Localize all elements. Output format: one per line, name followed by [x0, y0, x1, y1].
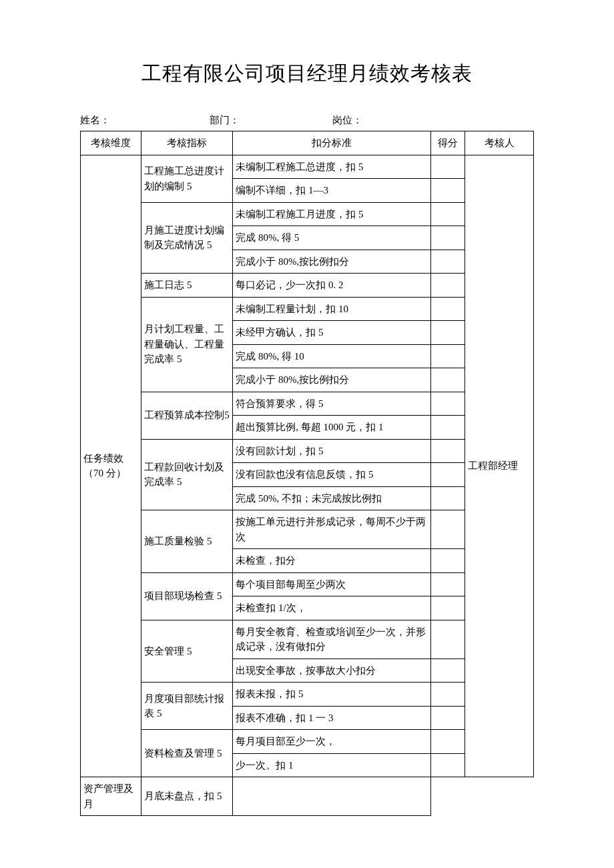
evaluator-cell: 工程部经理 [465, 155, 534, 777]
meta-line: 姓名： 部门： 岗位： [80, 114, 534, 127]
standard-cell: 完成小于 80%,按比例扣分 [233, 250, 431, 274]
standard-cell: 月底未盘点，扣 5 [141, 777, 233, 816]
score-cell [430, 226, 465, 250]
meta-post-label: 岗位： [332, 114, 362, 127]
score-cell [430, 179, 465, 203]
assessment-table: 考核维度 考核指标 扣分标准 得分 考核人 任务绩效（70 分） 工程施工总进度… [80, 131, 534, 816]
score-cell [430, 368, 465, 392]
metric-cell: 施工质量检验 5 [141, 510, 233, 573]
table-header-row: 考核维度 考核指标 扣分标准 得分 考核人 [81, 131, 534, 155]
col-metric: 考核指标 [141, 131, 233, 155]
standard-cell: 未编制工程施工总进度，扣 5 [233, 155, 431, 179]
standard-cell: 少一次。扣 1 [233, 753, 431, 777]
col-score: 得分 [430, 131, 465, 155]
col-dimension: 考核维度 [81, 131, 141, 155]
dimension-cell: 任务绩效（70 分） [81, 155, 141, 777]
score-cell [430, 486, 465, 510]
score-cell [430, 659, 465, 683]
standard-cell: 按施工单元进行并形成记录，每周不少于两次 [233, 510, 431, 549]
standard-cell: 每月安全教育、检查或培训至少一次，并形成记录，没有做扣分 [233, 620, 431, 659]
score-cell [430, 549, 465, 573]
score-cell [430, 250, 465, 274]
metric-cell: 资料检查及管理 5 [141, 730, 233, 777]
metric-cell: 工程施工总进度计划的编制 5 [141, 155, 233, 202]
score-cell [430, 683, 465, 707]
score-cell [430, 297, 465, 321]
score-cell [430, 439, 465, 463]
standard-cell: 编制不详细，扣 1—3 [233, 179, 431, 203]
score-cell [430, 321, 465, 345]
metric-cell: 月施工进度计划编制及完成情况 5 [141, 202, 233, 274]
metric-cell: 工程款回收计划及完成率 5 [141, 439, 233, 510]
standard-cell: 超出预算比例, 每超 1000 元，扣 1 [233, 416, 431, 440]
standard-cell: 报表未报，扣 5 [233, 683, 431, 707]
score-cell [430, 730, 465, 754]
score-cell [430, 510, 465, 549]
page-title: 工程有限公司项目经理月绩效考核表 [80, 60, 534, 87]
standard-cell: 完成 80%, 得 5 [233, 226, 431, 250]
score-cell [430, 572, 465, 596]
score-cell [430, 706, 465, 730]
metric-cell: 月度项目部统计报表 5 [141, 683, 233, 730]
score-cell [430, 344, 465, 368]
standard-cell: 未编制工程施工月进度，扣 5 [233, 202, 431, 226]
metric-cell: 项目部现场检查 5 [141, 572, 233, 620]
standard-cell: 报表不准确，扣 1 一 3 [233, 706, 431, 730]
score-cell [430, 753, 465, 777]
score-cell [430, 274, 465, 298]
table-row: 任务绩效（70 分） 工程施工总进度计划的编制 5 未编制工程施工总进度，扣 5… [81, 155, 534, 179]
standard-cell: 符合预算要求，得 5 [233, 392, 431, 416]
metric-cell: 月计划工程量、工程量确认、工程量完成率 5 [141, 297, 233, 392]
col-standard: 扣分标准 [233, 131, 431, 155]
metric-cell: 施工日志 5 [141, 274, 233, 298]
score-cell [430, 392, 465, 416]
standard-cell: 未编制工程量计划，扣 10 [233, 297, 431, 321]
standard-cell: 未经甲方确认，扣 5 [233, 321, 431, 345]
col-evaluator: 考核人 [465, 131, 534, 155]
standard-cell: 每个项目部每周至少两次 [233, 572, 431, 596]
standard-cell: 没有回款计划，扣 5 [233, 439, 431, 463]
metric-cell: 安全管理 5 [141, 620, 233, 683]
meta-dept-label: 部门： [210, 114, 330, 127]
score-cell [430, 202, 465, 226]
score-cell [430, 416, 465, 440]
standard-cell: 完成 80%, 得 10 [233, 344, 431, 368]
table-row: 资产管理及月 月底未盘点，扣 5 [81, 777, 534, 816]
standard-cell: 出现安全事故，按事故大小扣分 [233, 659, 431, 683]
standard-cell: 每月项目部至少一次， [233, 730, 431, 754]
score-cell [430, 155, 465, 179]
standard-cell: 没有回款也没有信息反馈，扣 5 [233, 463, 431, 487]
score-cell [430, 620, 465, 659]
meta-name-label: 姓名： [80, 114, 207, 127]
score-cell [233, 777, 431, 816]
standard-cell: 完成小于 80%,按比例扣分 [233, 368, 431, 392]
standard-cell: 未检查，扣分 [233, 549, 431, 573]
score-cell [430, 463, 465, 487]
standard-cell: 完成 50%, 不扣；未完成按比例扣 [233, 486, 431, 510]
metric-cell: 资产管理及月 [81, 777, 141, 816]
standard-cell: 未检查扣 1/次， [233, 596, 431, 620]
metric-cell: 工程预算成本控制5 [141, 392, 233, 439]
standard-cell: 每口必记，少一次扣 0. 2 [233, 274, 431, 298]
score-cell [430, 596, 465, 620]
